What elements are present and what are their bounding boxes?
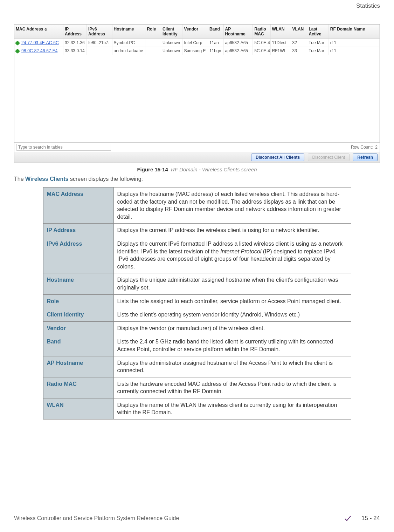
status-dot-icon [15, 49, 20, 54]
desc-row: IP AddressDisplays the current IP addres… [43, 224, 351, 237]
col-rf-domain[interactable]: RF Domain Name [329, 25, 379, 39]
mac-link[interactable]: 98-0C-82-46-67-E4 [21, 48, 57, 53]
desc-row: BandLists the 2.4 or 5 GHz radio band th… [43, 335, 351, 356]
desc-term: Vendor [43, 321, 113, 335]
desc-term: IP Address [43, 224, 113, 237]
cell-role [145, 47, 161, 55]
desc-text: Displays the current IPv6 formatted IP a… [113, 237, 351, 273]
desc-row: MAC AddressDisplays the hostname (MAC ad… [43, 187, 351, 224]
col-band[interactable]: Band [208, 25, 223, 39]
cell-ipv6: fe80::21b7: [87, 39, 112, 47]
col-last-active[interactable]: Last Active [307, 25, 329, 39]
table-row[interactable]: 24-77-03-4E-AC-6C 32.32.1.36 fe80::21b7:… [14, 39, 380, 47]
desc-text: Lists the 2.4 or 5 GHz radio band the li… [113, 335, 351, 356]
footer-text: Wireless Controller and Service Platform… [14, 515, 179, 521]
cell-last-active: Tue Mar [307, 47, 329, 55]
cell-wlan: RF1WL [270, 47, 291, 55]
cell-vlan: 33 [291, 47, 307, 55]
status-dot-icon [15, 41, 20, 46]
cell-vlan: 32 [291, 39, 307, 47]
desc-text: Displays the administrator assigned host… [113, 356, 351, 377]
desc-text: Lists the role assigned to each controll… [113, 294, 351, 308]
cell-wlan: 11Dtest [270, 39, 291, 47]
table-search-input[interactable] [16, 144, 111, 151]
col-role[interactable]: Role [145, 25, 161, 39]
desc-row: RoleLists the role assigned to each cont… [43, 294, 351, 308]
refresh-button[interactable]: Refresh [353, 154, 378, 161]
desc-text: Displays the current IP address the wire… [113, 224, 351, 237]
desc-term: Radio MAC [43, 377, 113, 398]
col-radio-mac[interactable]: Radio MAC [253, 25, 270, 39]
desc-row: Client IdentityLists the client's operat… [43, 308, 351, 322]
desc-term: MAC Address [43, 187, 113, 224]
col-client-identity[interactable]: Client Identity [161, 25, 182, 39]
desc-term: AP Hostname [43, 356, 113, 377]
wireless-clients-screenshot: MAC Address ⊙ IP Address IPv6 Address Ho… [14, 24, 380, 163]
page-number: 15 - 24 [361, 515, 380, 522]
mac-link[interactable]: 24-77-03-4E-AC-6C [21, 40, 59, 45]
col-vlan[interactable]: VLAN [291, 25, 307, 39]
desc-row: IPv6 AddressDisplays the current IPv6 fo… [43, 237, 351, 273]
cell-client-identity: Unknown [161, 39, 182, 47]
table-row[interactable]: 98-0C-82-46-67-E4 33.33.0.14 android-ada… [14, 47, 380, 55]
cell-ap-hostname: ap6532-A65 [223, 47, 253, 55]
col-ipv6[interactable]: IPv6 Address [87, 25, 112, 39]
col-vendor[interactable]: Vendor [182, 25, 208, 39]
desc-term: WLAN [43, 398, 113, 419]
desc-text: Lists the hardware encoded MAC address o… [113, 377, 351, 398]
desc-text: Displays the vendor (or manufacturer) of… [113, 321, 351, 335]
desc-row: Radio MACLists the hardware encoded MAC … [43, 377, 351, 398]
wireless-clients-table: MAC Address ⊙ IP Address IPv6 Address Ho… [14, 25, 380, 142]
cell-ip: 33.33.0.14 [63, 47, 87, 55]
desc-term: Client Identity [43, 308, 113, 322]
desc-row: WLANDisplays the name of the WLAN the wi… [43, 398, 351, 419]
desc-term: Band [43, 335, 113, 356]
col-mac[interactable]: MAC Address ⊙ [14, 25, 63, 39]
disconnect-all-button[interactable]: Disconnect All Clients [251, 154, 304, 161]
intro-text: The Wireless Clients screen displays the… [14, 176, 380, 182]
empty-area [14, 55, 380, 142]
cell-hostname: android-adaabe [112, 47, 145, 55]
desc-row: AP HostnameDisplays the administrator as… [43, 356, 351, 377]
desc-text: Displays the hostname (MAC address) of e… [113, 187, 351, 224]
cell-rf-domain: rf 1 [329, 47, 379, 55]
figure-caption: Figure 15-14 RF Domain - Wireless Client… [14, 166, 380, 172]
cell-vendor: Samsung E [182, 47, 208, 55]
cell-last-active: Tue Mar [307, 39, 329, 47]
cell-vendor: Intel Corp [182, 39, 208, 47]
cell-ipv6 [87, 47, 112, 55]
desc-term: IPv6 Address [43, 237, 113, 273]
col-ip[interactable]: IP Address [63, 25, 87, 39]
cell-ip: 32.32.1.36 [63, 39, 87, 47]
desc-term: Role [43, 294, 113, 308]
field-description-table: MAC AddressDisplays the hostname (MAC ad… [43, 187, 351, 420]
cell-rf-domain: rf 1 [329, 39, 379, 47]
desc-text: Displays the name of the WLAN the wirele… [113, 398, 351, 419]
col-hostname[interactable]: Hostname [112, 25, 145, 39]
desc-term: Hostname [43, 273, 113, 294]
desc-text: Lists the client's operating system vend… [113, 308, 351, 322]
col-wlan[interactable]: WLAN [270, 25, 291, 39]
check-icon [344, 514, 352, 522]
page-section-label: Statistics [356, 2, 380, 9]
cell-role [145, 39, 161, 47]
cell-band: 11bgn [208, 47, 223, 55]
cell-radio-mac: 5C-0E-4 [253, 47, 270, 55]
desc-text: Displays the unique administrator assign… [113, 273, 351, 294]
disconnect-client-button[interactable]: Disconnect Client [308, 154, 350, 161]
cell-band: 11an [208, 39, 223, 47]
cell-hostname: Symbol-PC [112, 39, 145, 47]
cell-client-identity: Unknown [161, 47, 182, 55]
cell-ap-hostname: ap6532-A65 [223, 39, 253, 47]
row-count: Row Count: 2 [351, 145, 378, 150]
cell-radio-mac: 5C-0E-4 [253, 39, 270, 47]
desc-row: HostnameDisplays the unique administrato… [43, 273, 351, 294]
col-ap-hostname[interactable]: AP Hostname [223, 25, 253, 39]
desc-row: VendorDisplays the vendor (or manufactur… [43, 321, 351, 335]
